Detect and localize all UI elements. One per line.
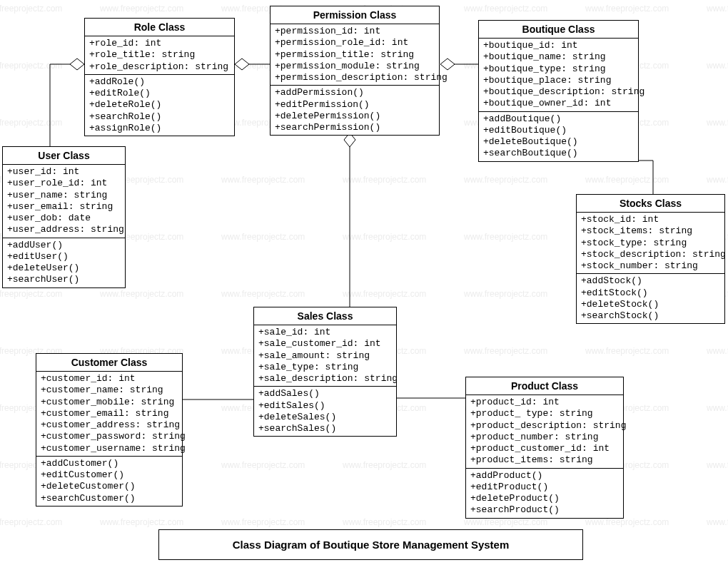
class-row: +boutique_id: int [483, 40, 634, 51]
class-row: +permission_role_id: int [275, 37, 435, 49]
class-row: +deleteCustomer() [41, 481, 178, 492]
class-permission: Permission Class +permission_id: int+per… [270, 6, 440, 136]
class-row: +sale_amount: string [258, 350, 392, 362]
class-user: User Class +user_id: int+user_role_id: i… [2, 146, 126, 288]
class-row: +user_email: string [7, 201, 121, 213]
class-row: +addUser() [7, 240, 121, 251]
ops: +addBoutique()+editBoutique()+deleteBout… [479, 112, 638, 161]
attrs: +product_id: int+product_ type: string+p… [466, 395, 623, 469]
class-row: +editSales() [258, 400, 392, 412]
class-row: +deleteBoutique() [483, 136, 634, 148]
class-row: +permission_module: string [275, 61, 435, 72]
class-row: +searchPermission() [275, 122, 435, 133]
class-title: User Class [3, 147, 125, 165]
class-row: +searchProduct() [470, 504, 619, 516]
class-row: +deleteProduct() [470, 493, 619, 504]
class-row: +boutique_type: string [483, 63, 634, 75]
class-row: +deleteUser() [7, 263, 121, 274]
diagram-caption: Class Diagram of Boutique Store Manageme… [158, 529, 583, 560]
class-title: Product Class [466, 377, 623, 395]
class-row: +permission_title: string [275, 49, 435, 61]
class-product: Product Class +product_id: int+product_ … [465, 377, 624, 519]
class-row: +boutique_place: string [483, 75, 634, 86]
class-row: +deletePermission() [275, 111, 435, 122]
class-row: +sale_id: int [258, 327, 392, 338]
class-row: +stock_description: string [581, 249, 720, 260]
ops: +addRole()+editRole()+deleteRole()+searc… [85, 75, 234, 136]
class-row: +sale_customer_id: int [258, 338, 392, 350]
attrs: +permission_id: int+permission_role_id: … [271, 24, 439, 86]
class-row: +editProduct() [470, 482, 619, 493]
class-row: +customer_email: string [41, 408, 178, 419]
attrs: +sale_id: int+sale_customer_id: int+sale… [254, 325, 396, 387]
class-title: Stocks Class [577, 195, 724, 213]
class-row: +product_customer_id: int [470, 443, 619, 454]
class-row: +stock_number: string [581, 260, 720, 272]
class-row: +editRole() [89, 88, 230, 99]
class-row: +customer_id: int [41, 373, 178, 385]
class-row: +boutique_description: string [483, 86, 634, 98]
class-row: +assignRole() [89, 123, 230, 134]
class-title: Boutique Class [479, 21, 638, 39]
diagram-canvas: Role Class +role_id: int+role_title: str… [0, 0, 728, 565]
class-row: +customer_mobile: string [41, 397, 178, 408]
attrs: +user_id: int+user_role_id: int+user_nam… [3, 165, 125, 238]
class-row: +customer_name: string [41, 385, 178, 396]
class-title: Sales Class [254, 307, 396, 325]
class-row: +searchCustomer() [41, 493, 178, 504]
class-row: +sale_description: string [258, 373, 392, 385]
class-row: +product_number: string [470, 432, 619, 443]
class-row: +stock_items: string [581, 225, 720, 237]
class-row: +user_address: string [7, 224, 121, 235]
class-row: +boutique_owner_id: int [483, 98, 634, 109]
class-row: +role_id: int [89, 38, 230, 49]
class-row: +addSales() [258, 388, 392, 399]
class-row: +boutique_name: string [483, 51, 634, 63]
class-row: +product_id: int [470, 397, 619, 408]
class-row: +user_id: int [7, 166, 121, 178]
attrs: +role_id: int+role_title: string+role_de… [85, 36, 234, 75]
class-row: +product_items: string [470, 454, 619, 466]
class-row: +addProduct() [470, 470, 619, 482]
class-row: +sale_type: string [258, 362, 392, 373]
class-row: +addPermission() [275, 87, 435, 98]
class-stocks: Stocks Class +stock_id: int+stock_items:… [576, 194, 725, 324]
class-row: +addBoutique() [483, 113, 634, 125]
class-row: +searchRole() [89, 111, 230, 123]
class-row: +role_description: string [89, 61, 230, 73]
ops: +addProduct()+editProduct()+deleteProduc… [466, 469, 623, 518]
class-row: +product_description: string [470, 420, 619, 432]
class-row: +user_role_id: int [7, 178, 121, 189]
class-row: +addRole() [89, 76, 230, 88]
class-row: +deleteSales() [258, 412, 392, 423]
class-row: +searchUser() [7, 274, 121, 285]
class-row: +user_dob: date [7, 213, 121, 224]
class-row: +customer_password: string [41, 431, 178, 442]
class-row: +stock_id: int [581, 214, 720, 225]
class-row: +product_ type: string [470, 408, 619, 419]
ops: +addCustomer()+editCustomer()+deleteCust… [36, 457, 182, 506]
class-row: +user_name: string [7, 190, 121, 201]
class-title: Permission Class [271, 6, 439, 24]
class-boutique: Boutique Class +boutique_id: int+boutiqu… [478, 20, 639, 162]
class-title: Customer Class [36, 354, 182, 372]
class-row: +editCustomer() [41, 469, 178, 481]
class-row: +customer_username: string [41, 443, 178, 454]
class-role: Role Class +role_id: int+role_title: str… [84, 18, 235, 136]
ops: +addUser()+editUser()+deleteUser()+searc… [3, 238, 125, 287]
class-row: +searchBoutique() [483, 148, 634, 159]
ops: +addPermission()+editPermission()+delete… [271, 86, 439, 135]
class-row: +stock_type: string [581, 238, 720, 249]
class-row: +editPermission() [275, 99, 435, 111]
class-row: +searchSales() [258, 423, 392, 434]
class-row: +deleteRole() [89, 99, 230, 111]
attrs: +boutique_id: int+boutique_name: string+… [479, 39, 638, 112]
class-row: +role_title: string [89, 49, 230, 61]
class-row: +addCustomer() [41, 458, 178, 469]
class-row: +permission_id: int [275, 26, 435, 37]
class-row: +customer_address: string [41, 419, 178, 431]
class-sales: Sales Class +sale_id: int+sale_customer_… [253, 307, 397, 437]
class-row: +editStock() [581, 287, 720, 299]
class-title: Role Class [85, 19, 234, 36]
class-customer: Customer Class +customer_id: int+custome… [36, 353, 183, 507]
